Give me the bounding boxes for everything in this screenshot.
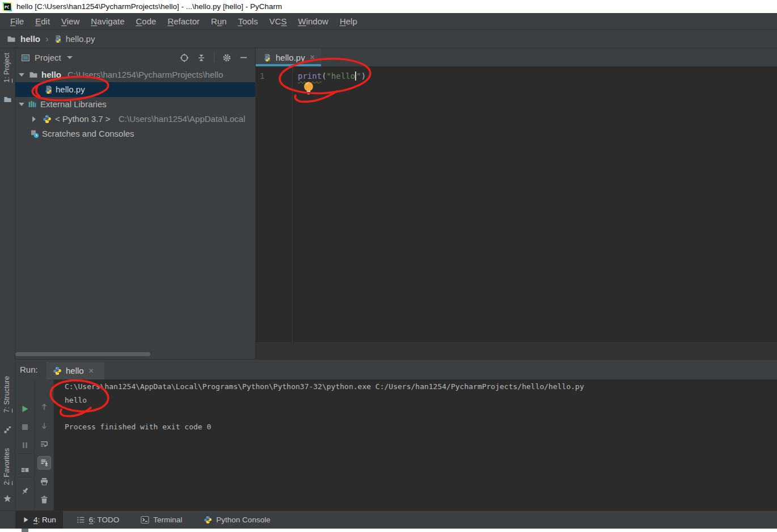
pin-tab-button[interactable]	[20, 487, 29, 496]
folder-icon[interactable]	[3, 95, 12, 104]
scroll-to-end-icon	[40, 458, 49, 467]
libraries-icon	[28, 100, 37, 109]
folder-icon	[7, 35, 16, 44]
project-panel-title[interactable]: Project	[35, 53, 61, 62]
code-lparen: (	[322, 71, 326, 81]
menu-view[interactable]: View	[56, 16, 85, 26]
menu-navigate[interactable]: Navigate	[85, 16, 130, 26]
menu-code[interactable]: Code	[130, 16, 162, 26]
structure-icon[interactable]	[3, 426, 11, 434]
breadcrumb-file[interactable]: hello.py	[66, 34, 95, 44]
up-stack-trace-button[interactable]	[40, 402, 49, 411]
pause-button[interactable]	[20, 441, 29, 450]
menu-window[interactable]: Window	[293, 16, 334, 26]
run-icon	[22, 516, 29, 523]
code-quote: "	[327, 71, 331, 81]
editor-bottom-strip	[255, 342, 777, 359]
tool-button-project[interactable]: 1: Project	[3, 53, 11, 83]
rerun-button[interactable]	[20, 404, 29, 413]
hide-panel-icon[interactable]	[239, 53, 248, 62]
intention-bulb-icon[interactable]	[303, 81, 314, 96]
tree-label: Scratches and Consoles	[42, 129, 134, 138]
scroll-to-end-button[interactable]	[37, 456, 51, 470]
clear-console-button[interactable]	[40, 495, 49, 504]
tool-button-structure[interactable]: 7: Structure	[3, 376, 11, 413]
terminal-icon	[141, 516, 149, 524]
menu-run[interactable]: Run	[205, 16, 233, 26]
chevron-down-icon[interactable]	[67, 56, 73, 59]
python-file-icon	[54, 35, 62, 43]
horizontal-scrollbar[interactable]	[15, 352, 150, 356]
menu-help[interactable]: Help	[334, 16, 363, 26]
editor[interactable]: 1 print("hello")	[255, 66, 777, 342]
toolbar-divider	[18, 477, 32, 478]
tree-label: < Python 3.7 >	[55, 114, 111, 124]
menu-vcs[interactable]: VCS	[264, 16, 293, 26]
scratches-icon	[30, 129, 39, 138]
python-logo-icon	[53, 366, 62, 375]
tree-label: hello.py	[56, 85, 85, 94]
tool-button-label: Python Console	[216, 516, 270, 524]
tree-label: External Libraries	[40, 99, 107, 109]
line-number: 1	[260, 71, 264, 81]
tool-button-favorites[interactable]: 2: Favorites	[3, 448, 11, 485]
tree-row-hello-py[interactable]: hello.py	[15, 82, 255, 97]
tree-path: C:\Users\han1254\PycharmProjects\hello	[67, 70, 223, 79]
tree-row-external-libraries[interactable]: External Libraries	[15, 97, 255, 112]
breadcrumb-project[interactable]: hello	[20, 34, 40, 44]
run-toolbar-left	[15, 379, 35, 511]
todo-list-icon	[77, 516, 85, 524]
gear-icon[interactable]	[222, 53, 231, 62]
chevron-right-icon[interactable]	[32, 116, 36, 122]
breadcrumb-separator-icon: ›	[45, 33, 49, 45]
code-line-1[interactable]: print("hello")	[298, 71, 366, 81]
toolbar-divider	[214, 53, 214, 63]
python-file-icon	[44, 85, 53, 94]
run-toolbar-right	[35, 379, 54, 511]
project-tool-window: Project hello C:\Users\han1254\PycharmPr…	[15, 48, 255, 359]
run-tab-label: hello	[66, 366, 84, 375]
console-output-line: hello	[65, 396, 87, 404]
print-button[interactable]	[40, 477, 49, 486]
project-panel-toolbar	[180, 48, 248, 67]
locate-file-icon[interactable]	[180, 53, 189, 62]
tool-button-terminal[interactable]: Terminal	[134, 511, 189, 529]
project-pane-icon	[21, 53, 30, 62]
down-stack-trace-button[interactable]	[40, 421, 49, 430]
tool-button-run[interactable]: 4: Run	[15, 511, 63, 529]
run-tab-hello[interactable]: hello ✕	[47, 362, 104, 379]
tool-button-python-console[interactable]: Python Console	[197, 511, 277, 529]
menu-bar: File Edit View Navigate Code Refactor Ru…	[0, 13, 777, 30]
collapse-all-icon[interactable]	[197, 53, 206, 62]
tool-button-todo[interactable]: 6: TODO	[70, 511, 126, 529]
chevron-down-icon[interactable]	[19, 73, 24, 77]
tab-hello-py[interactable]: hello.py ✕	[256, 48, 321, 66]
screenshot-cut-strip	[0, 529, 777, 532]
stop-button[interactable]	[20, 423, 29, 432]
soft-wrap-button[interactable]	[40, 440, 49, 449]
tree-path: C:\Users\han1254\AppData\Local	[119, 114, 245, 124]
run-console[interactable]: C:\Users\han1254\AppData\Local\Programs\…	[54, 379, 777, 511]
star-icon[interactable]	[3, 494, 12, 503]
menu-edit[interactable]: Edit	[29, 16, 56, 26]
tab-label: hello.py	[276, 53, 305, 62]
tree-row-python-interpreter[interactable]: < Python 3.7 > C:\Users\han1254\AppData\…	[15, 112, 255, 126]
restore-layout-button[interactable]	[20, 464, 29, 473]
chevron-down-icon[interactable]	[19, 103, 24, 106]
tree-row-scratches[interactable]: Scratches and Consoles	[15, 126, 255, 141]
code-print: print	[298, 71, 322, 81]
code-quote-close: "	[356, 71, 361, 81]
code-rparen: )	[361, 71, 366, 81]
menu-file[interactable]: File	[5, 16, 29, 26]
close-icon[interactable]: ✕	[310, 53, 315, 61]
tree-row-project-root[interactable]: hello C:\Users\han1254\PycharmProjects\h…	[15, 67, 255, 82]
console-command-line: C:\Users\han1254\AppData\Local\Programs\…	[65, 382, 584, 391]
menu-tools[interactable]: Tools	[233, 16, 264, 26]
breadcrumb: hello › hello.py	[0, 30, 777, 48]
tool-button-label: 4: Run	[33, 516, 56, 524]
menu-refactor[interactable]: Refactor	[162, 16, 205, 26]
close-icon[interactable]: ✕	[88, 367, 94, 375]
toolbar-divider	[18, 453, 32, 454]
title-bar: hello [C:\Users\han1254\PycharmProjects\…	[0, 0, 777, 13]
left-tool-stripe: 1: Project 7: Structure 2: Favorites	[0, 48, 15, 532]
